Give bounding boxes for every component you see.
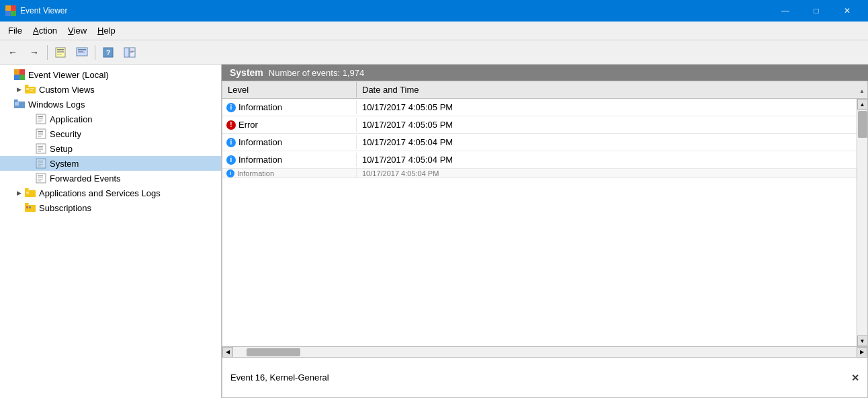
- minimize-button[interactable]: —: [770, 0, 801, 22]
- menu-action[interactable]: Action: [28, 23, 62, 38]
- tree-item-application[interactable]: Application: [0, 112, 221, 126]
- setup-icon: [35, 143, 47, 155]
- close-button[interactable]: ✕: [832, 0, 863, 22]
- svg-rect-26: [30, 90, 33, 91]
- svg-rect-60: [29, 206, 31, 208]
- toolbar: ← → ?: [0, 40, 868, 65]
- forwarded-events-icon: [35, 172, 47, 184]
- svg-rect-2: [5, 11, 11, 16]
- svg-rect-1: [11, 5, 16, 11]
- level-cell: ! Error: [222, 118, 357, 132]
- table-row[interactable]: i Information 10/17/2017 4:05:05 PM: [222, 99, 857, 116]
- partial-date-cell: 10/17/2017 4:05:04 PM: [357, 169, 857, 178]
- svg-rect-59: [26, 206, 28, 208]
- window-title: Event Viewer: [20, 6, 770, 15]
- svg-rect-17: [130, 50, 134, 50]
- table-row[interactable]: i Information 10/17/2017 4:05:04 PM: [222, 134, 857, 151]
- svg-rect-25: [30, 88, 34, 89]
- table-row[interactable]: ! Error 10/17/2017 4:05:05 PM: [222, 116, 857, 134]
- custom-views-icon: [24, 83, 36, 95]
- partial-level-label: Information: [237, 169, 274, 177]
- security-label: Security: [50, 129, 81, 139]
- svg-rect-54: [38, 175, 43, 176]
- svg-rect-3: [11, 11, 16, 16]
- vertical-scrollbar[interactable]: ▲ ▼: [857, 99, 867, 346]
- hscroll-right-arrow[interactable]: ▶: [857, 347, 867, 358]
- show-hide-button[interactable]: [120, 43, 140, 62]
- svg-rect-6: [57, 51, 64, 52]
- scroll-thumb[interactable]: [858, 111, 867, 138]
- windows-logs-icon: [13, 98, 26, 110]
- svg-rect-56: [38, 179, 43, 180]
- svg-rect-28: [36, 114, 46, 124]
- back-button[interactable]: ←: [3, 43, 23, 62]
- date-cell: 10/17/2017 4:05:04 PM: [357, 135, 857, 149]
- tree-root[interactable]: Event Viewer (Local): [0, 67, 221, 82]
- level-cell: i Information: [222, 100, 357, 114]
- event-detail-title: Event 16, Kernel-General: [230, 372, 329, 383]
- horizontal-scrollbar: ◀ ▶: [222, 346, 867, 357]
- svg-rect-11: [78, 51, 83, 52]
- maximize-button[interactable]: □: [801, 0, 832, 22]
- menu-help[interactable]: Help: [92, 23, 121, 38]
- level-label: Information: [238, 137, 282, 147]
- tree-item-setup[interactable]: Setup: [0, 141, 221, 156]
- svg-rect-48: [38, 161, 43, 161]
- tree-item-windows-logs[interactable]: ▼ Windows Logs: [0, 97, 221, 112]
- title-bar: Event Viewer — □ ✕: [0, 0, 868, 22]
- application-icon: [35, 113, 47, 125]
- toolbar-separator-2: [95, 45, 95, 60]
- help-button[interactable]: ?: [98, 43, 118, 62]
- svg-rect-30: [38, 116, 43, 117]
- hscroll-thumb[interactable]: [247, 348, 300, 356]
- tree-item-security[interactable]: Security: [0, 126, 221, 141]
- table-row[interactable]: i Information 10/17/2017 4:05:04 PM: [222, 151, 857, 169]
- svg-rect-5: [57, 49, 64, 50]
- tree-item-app-services[interactable]: ▶ Applications and Services Logs: [0, 186, 221, 200]
- tree-item-custom-views[interactable]: ▶ Custom Views: [0, 82, 221, 97]
- tree-item-system[interactable]: System: [0, 156, 221, 171]
- event-detail-close-button[interactable]: ✕: [851, 372, 859, 383]
- scroll-up-arrow[interactable]: ▲: [857, 99, 868, 110]
- event-detail-panel: Event 16, Kernel-General ✕: [222, 358, 868, 398]
- col-header-date: Date and Time: [357, 82, 857, 97]
- svg-rect-55: [38, 177, 43, 178]
- subscriptions-label: Subscriptions: [39, 203, 91, 213]
- setup-label: Setup: [50, 144, 73, 154]
- events-count: Number of events: 1,974: [269, 68, 364, 78]
- svg-rect-31: [38, 118, 43, 119]
- menu-view[interactable]: View: [62, 23, 92, 38]
- svg-rect-44: [38, 149, 43, 150]
- hscroll-left-arrow[interactable]: ◀: [222, 347, 233, 358]
- svg-rect-58: [26, 192, 29, 194]
- scroll-up-header[interactable]: ▲: [857, 85, 867, 94]
- system-label: System: [50, 159, 79, 169]
- events-table: Level Date and Time ▲ i Information: [222, 81, 868, 358]
- svg-rect-8: [57, 54, 62, 54]
- svg-rect-46: [36, 159, 46, 168]
- events-panel-title: System: [230, 67, 263, 78]
- scroll-down-arrow[interactable]: ▼: [857, 335, 868, 346]
- svg-rect-50: [38, 164, 43, 165]
- tree-item-forwarded-events[interactable]: Forwarded Events: [0, 171, 221, 186]
- forward-button[interactable]: →: [24, 43, 44, 62]
- app-services-label: Applications and Services Logs: [39, 188, 161, 198]
- create-custom-view-button[interactable]: [72, 43, 92, 62]
- date-cell: 10/17/2017 4:05:04 PM: [357, 153, 857, 167]
- svg-rect-37: [38, 133, 43, 134]
- open-saved-log-button[interactable]: [50, 43, 71, 62]
- level-label: Error: [238, 120, 258, 130]
- table-row-partial: i Information 10/17/2017 4:05:04 PM: [222, 169, 857, 178]
- tree-item-subscriptions[interactable]: Subscriptions: [0, 200, 221, 215]
- level-cell: i Information: [222, 135, 357, 149]
- subscriptions-icon: [24, 202, 36, 214]
- svg-rect-36: [38, 131, 43, 132]
- menu-file[interactable]: File: [3, 23, 28, 38]
- svg-rect-23: [19, 75, 25, 80]
- svg-rect-45: [38, 151, 41, 152]
- table-rows: i Information 10/17/2017 4:05:05 PM ! Er…: [222, 99, 857, 346]
- svg-rect-49: [38, 163, 43, 163]
- info-icon: i: [226, 103, 236, 112]
- hscroll-track: [233, 347, 857, 358]
- col-header-level: Level: [222, 82, 357, 97]
